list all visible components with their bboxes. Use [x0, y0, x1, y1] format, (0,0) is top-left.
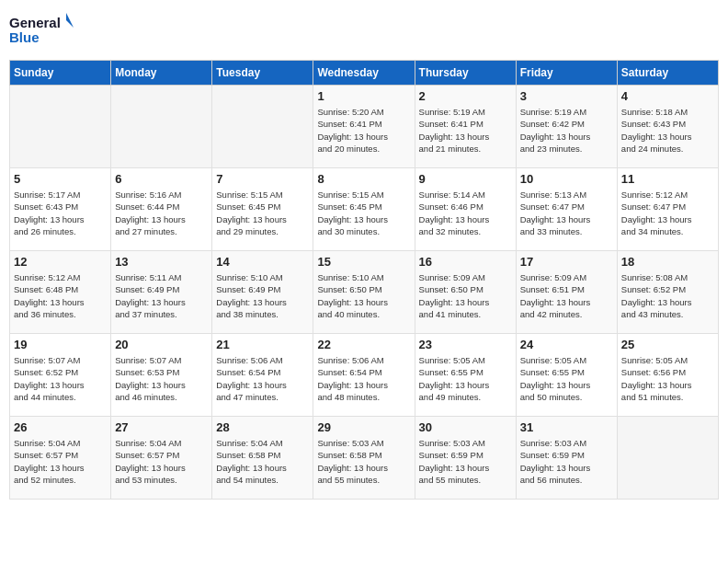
day-cell: 9Sunrise: 5:14 AM Sunset: 6:46 PM Daylig…: [415, 168, 516, 251]
day-info: Sunrise: 5:11 AM Sunset: 6:49 PM Dayligh…: [115, 271, 208, 320]
day-info: Sunrise: 5:05 AM Sunset: 6:56 PM Dayligh…: [621, 354, 714, 403]
day-info: Sunrise: 5:14 AM Sunset: 6:46 PM Dayligh…: [419, 189, 512, 237]
day-number: 17: [520, 255, 613, 269]
day-number: 6: [115, 172, 208, 186]
day-info: Sunrise: 5:09 AM Sunset: 6:51 PM Dayligh…: [520, 271, 613, 320]
day-number: 4: [621, 89, 714, 103]
day-number: 16: [419, 255, 512, 269]
week-row-1: 1Sunrise: 5:20 AM Sunset: 6:41 PM Daylig…: [10, 86, 719, 168]
day-cell: [617, 417, 718, 500]
calendar-table: SundayMondayTuesdayWednesdayThursdayFrid…: [9, 60, 719, 500]
day-header-monday: Monday: [111, 61, 212, 86]
day-cell: 16Sunrise: 5:09 AM Sunset: 6:50 PM Dayli…: [415, 251, 516, 334]
day-info: Sunrise: 5:17 AM Sunset: 6:43 PM Dayligh…: [14, 189, 107, 237]
day-cell: 23Sunrise: 5:05 AM Sunset: 6:55 PM Dayli…: [415, 334, 516, 417]
day-number: 23: [419, 338, 512, 351]
day-number: 30: [419, 420, 512, 434]
day-cell: [111, 86, 212, 168]
day-info: Sunrise: 5:04 AM Sunset: 6:57 PM Dayligh…: [115, 437, 208, 486]
day-info: Sunrise: 5:04 AM Sunset: 6:58 PM Dayligh…: [216, 437, 309, 486]
day-info: Sunrise: 5:03 AM Sunset: 6:59 PM Dayligh…: [520, 437, 613, 486]
day-cell: 8Sunrise: 5:15 AM Sunset: 6:45 PM Daylig…: [313, 168, 415, 251]
week-row-4: 19Sunrise: 5:07 AM Sunset: 6:52 PM Dayli…: [10, 334, 719, 417]
day-cell: 12Sunrise: 5:12 AM Sunset: 6:48 PM Dayli…: [10, 251, 111, 334]
day-info: Sunrise: 5:10 AM Sunset: 6:49 PM Dayligh…: [216, 271, 309, 320]
day-header-sunday: Sunday: [10, 61, 111, 86]
day-number: 29: [317, 420, 410, 434]
day-info: Sunrise: 5:20 AM Sunset: 6:41 PM Dayligh…: [317, 106, 410, 155]
day-cell: 21Sunrise: 5:06 AM Sunset: 6:54 PM Dayli…: [212, 334, 313, 417]
day-cell: 6Sunrise: 5:16 AM Sunset: 6:44 PM Daylig…: [111, 168, 212, 251]
day-info: Sunrise: 5:19 AM Sunset: 6:42 PM Dayligh…: [520, 106, 613, 155]
day-number: 13: [115, 255, 208, 269]
day-number: 31: [520, 420, 613, 434]
day-cell: 17Sunrise: 5:09 AM Sunset: 6:51 PM Dayli…: [516, 251, 617, 334]
day-cell: 22Sunrise: 5:06 AM Sunset: 6:54 PM Dayli…: [313, 334, 415, 417]
day-cell: [10, 86, 111, 168]
day-cell: 18Sunrise: 5:08 AM Sunset: 6:52 PM Dayli…: [617, 251, 718, 334]
svg-marker-2: [66, 13, 74, 28]
day-info: Sunrise: 5:13 AM Sunset: 6:47 PM Dayligh…: [520, 189, 613, 237]
week-row-2: 5Sunrise: 5:17 AM Sunset: 6:43 PM Daylig…: [10, 168, 719, 251]
day-info: Sunrise: 5:06 AM Sunset: 6:54 PM Dayligh…: [317, 354, 410, 403]
day-number: 14: [216, 255, 309, 269]
day-info: Sunrise: 5:03 AM Sunset: 6:59 PM Dayligh…: [419, 437, 512, 486]
day-info: Sunrise: 5:10 AM Sunset: 6:50 PM Dayligh…: [317, 271, 410, 320]
day-number: 18: [621, 255, 714, 269]
day-header-tuesday: Tuesday: [212, 61, 313, 86]
day-number: 28: [216, 420, 309, 434]
day-number: 3: [520, 89, 613, 103]
day-info: Sunrise: 5:08 AM Sunset: 6:52 PM Dayligh…: [621, 271, 714, 320]
day-info: Sunrise: 5:05 AM Sunset: 6:55 PM Dayligh…: [419, 354, 512, 403]
day-header-wednesday: Wednesday: [313, 61, 415, 86]
day-number: 20: [115, 338, 208, 351]
day-info: Sunrise: 5:16 AM Sunset: 6:44 PM Dayligh…: [115, 189, 208, 237]
day-number: 8: [317, 172, 410, 186]
day-info: Sunrise: 5:06 AM Sunset: 6:54 PM Dayligh…: [216, 354, 309, 403]
day-number: 19: [14, 338, 107, 351]
day-number: 22: [317, 338, 410, 351]
day-cell: 13Sunrise: 5:11 AM Sunset: 6:49 PM Dayli…: [111, 251, 212, 334]
day-info: Sunrise: 5:18 AM Sunset: 6:43 PM Dayligh…: [621, 106, 714, 155]
day-cell: 19Sunrise: 5:07 AM Sunset: 6:52 PM Dayli…: [10, 334, 111, 417]
day-info: Sunrise: 5:04 AM Sunset: 6:57 PM Dayligh…: [14, 437, 107, 486]
day-cell: 30Sunrise: 5:03 AM Sunset: 6:59 PM Dayli…: [415, 417, 516, 500]
day-cell: 26Sunrise: 5:04 AM Sunset: 6:57 PM Dayli…: [10, 417, 111, 500]
day-header-saturday: Saturday: [617, 61, 718, 86]
logo: General Blue: [9, 9, 74, 51]
day-number: 24: [520, 338, 613, 351]
day-number: 5: [14, 172, 107, 186]
day-number: 25: [621, 338, 714, 351]
day-cell: 24Sunrise: 5:05 AM Sunset: 6:55 PM Dayli…: [516, 334, 617, 417]
day-number: 26: [14, 420, 107, 434]
day-cell: 15Sunrise: 5:10 AM Sunset: 6:50 PM Dayli…: [313, 251, 415, 334]
day-cell: 11Sunrise: 5:12 AM Sunset: 6:47 PM Dayli…: [617, 168, 718, 251]
day-number: 7: [216, 172, 309, 186]
day-number: 9: [419, 172, 512, 186]
day-number: 10: [520, 172, 613, 186]
day-info: Sunrise: 5:07 AM Sunset: 6:53 PM Dayligh…: [115, 354, 208, 403]
day-info: Sunrise: 5:15 AM Sunset: 6:45 PM Dayligh…: [317, 189, 410, 237]
day-number: 12: [14, 255, 107, 269]
day-number: 11: [621, 172, 714, 186]
day-info: Sunrise: 5:03 AM Sunset: 6:58 PM Dayligh…: [317, 437, 410, 486]
day-number: 1: [317, 89, 410, 103]
day-cell: [212, 86, 313, 168]
days-of-week-row: SundayMondayTuesdayWednesdayThursdayFrid…: [10, 61, 719, 86]
day-info: Sunrise: 5:05 AM Sunset: 6:55 PM Dayligh…: [520, 354, 613, 403]
day-cell: 4Sunrise: 5:18 AM Sunset: 6:43 PM Daylig…: [617, 86, 718, 168]
svg-text:Blue: Blue: [9, 29, 40, 45]
day-number: 21: [216, 338, 309, 351]
day-cell: 28Sunrise: 5:04 AM Sunset: 6:58 PM Dayli…: [212, 417, 313, 500]
day-cell: 27Sunrise: 5:04 AM Sunset: 6:57 PM Dayli…: [111, 417, 212, 500]
logo-svg: General Blue: [9, 9, 74, 51]
day-cell: 5Sunrise: 5:17 AM Sunset: 6:43 PM Daylig…: [10, 168, 111, 251]
day-cell: 2Sunrise: 5:19 AM Sunset: 6:41 PM Daylig…: [415, 86, 516, 168]
day-cell: 29Sunrise: 5:03 AM Sunset: 6:58 PM Dayli…: [313, 417, 415, 500]
day-info: Sunrise: 5:15 AM Sunset: 6:45 PM Dayligh…: [216, 189, 309, 237]
week-row-3: 12Sunrise: 5:12 AM Sunset: 6:48 PM Dayli…: [10, 251, 719, 334]
day-cell: 7Sunrise: 5:15 AM Sunset: 6:45 PM Daylig…: [212, 168, 313, 251]
day-number: 27: [115, 420, 208, 434]
day-cell: 25Sunrise: 5:05 AM Sunset: 6:56 PM Dayli…: [617, 334, 718, 417]
calendar-body: 1Sunrise: 5:20 AM Sunset: 6:41 PM Daylig…: [10, 86, 719, 500]
